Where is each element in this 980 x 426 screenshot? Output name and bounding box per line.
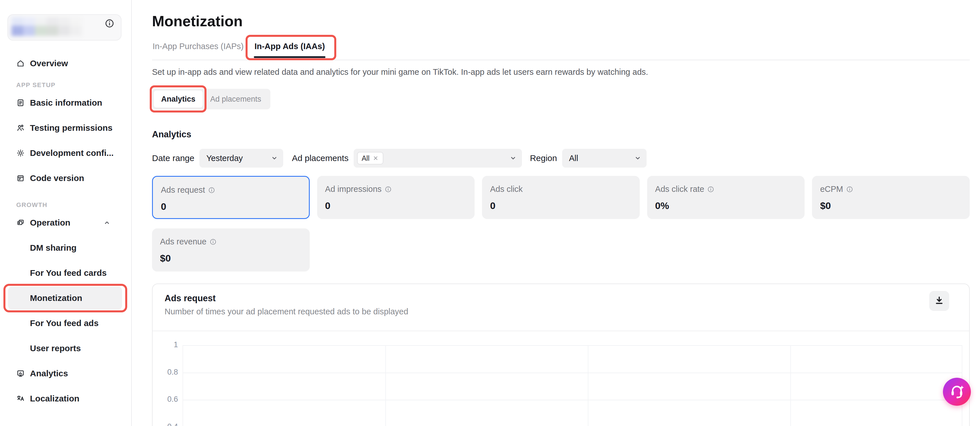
toggle-label: Analytics <box>161 95 196 104</box>
date-range-label: Date range <box>152 153 194 163</box>
sidebar-item-testing-permissions[interactable]: Testing permissions <box>0 115 131 140</box>
document-icon <box>16 99 25 107</box>
sidebar-item-label: Monetization <box>30 293 82 303</box>
toggle-ad-placements[interactable]: Ad placements <box>203 91 269 108</box>
sidebar-item-label: Code version <box>30 173 84 183</box>
metrics-grid: Ads request0Ad impressions0Ads click0Ads… <box>152 176 970 271</box>
analytics-heading: Analytics <box>152 129 191 140</box>
info-icon <box>846 186 853 193</box>
chart-gridline-vertical <box>183 345 183 426</box>
sidebar-item-label: User reports <box>30 343 81 353</box>
chart-gridline-vertical <box>385 345 386 426</box>
metric-label: Ads click <box>490 184 522 194</box>
sidebar-item-for-you-feed-ads[interactable]: For You feed ads <box>0 311 131 336</box>
metric-label-row: Ad impressions <box>325 184 467 194</box>
sidebar-item-overview[interactable]: Overview <box>0 51 131 76</box>
chart-title: Ads request <box>165 293 216 303</box>
support-fab-button[interactable] <box>943 378 971 406</box>
sidebar-nav: OverviewAPP SETUPBasic informationTestin… <box>0 51 131 411</box>
sidebar: OverviewAPP SETUPBasic informationTestin… <box>0 0 132 426</box>
ad-placements-select[interactable]: All <box>354 149 522 168</box>
metric-label-row: eCPM <box>820 184 962 194</box>
metric-card-ads-click[interactable]: Ads click0 <box>482 176 640 219</box>
region-select[interactable]: All <box>562 149 647 168</box>
sidebar-item-label: For You feed cards <box>30 268 107 278</box>
metric-card-ads-request[interactable]: Ads request0 <box>152 176 310 219</box>
chart-header-divider <box>153 330 969 331</box>
view-toggle: AnalyticsAd placements <box>152 89 270 109</box>
region-value: All <box>569 154 578 163</box>
sidebar-item-label: Basic information <box>30 98 102 108</box>
region-label: Region <box>530 153 557 163</box>
chevron-down-icon <box>270 154 278 163</box>
metric-label: Ad impressions <box>325 184 382 194</box>
chevron-up-icon[interactable] <box>103 219 111 227</box>
sidebar-item-code-version[interactable]: Code version <box>0 166 131 191</box>
metric-card-ecpm[interactable]: eCPM$0 <box>812 176 970 219</box>
tab-in-app-ads-iaas[interactable]: In-App Ads (IAAs) <box>254 40 325 58</box>
y-axis-tick-label: 1 <box>152 340 178 349</box>
chart-plot: 10.80.60.4 <box>183 345 963 426</box>
metric-value: 0 <box>490 200 632 211</box>
metric-label-row: Ads revenue <box>160 237 302 246</box>
sidebar-item-user-reports[interactable]: User reports <box>0 336 131 361</box>
sidebar-item-analytics[interactable]: Analytics <box>0 361 131 386</box>
metric-value: 0 <box>325 200 467 211</box>
info-icon <box>385 186 392 193</box>
sidebar-item-development-confi[interactable]: Development confi... <box>0 140 131 166</box>
chevron-down-icon <box>509 154 517 163</box>
sidebar-section-growth: GROWTH <box>0 200 131 210</box>
headset-sparkle-icon <box>949 383 965 400</box>
sidebar-item-label: Operation <box>30 218 70 228</box>
metric-value: $0 <box>820 200 962 211</box>
metric-card-ad-impressions[interactable]: Ad impressions0 <box>317 176 475 219</box>
metric-value: 0 <box>161 201 301 212</box>
filters-row: Date range Yesterday Ad placements All R… <box>152 149 647 168</box>
sidebar-item-dm-sharing[interactable]: DM sharing <box>0 235 131 260</box>
metric-value: $0 <box>160 253 302 264</box>
metric-card-ads-revenue[interactable]: Ads revenue$0 <box>152 228 310 271</box>
chart-gridline-vertical <box>790 345 791 426</box>
chart-gridline-horizontal <box>183 345 963 346</box>
chart-gridline-vertical <box>588 345 589 426</box>
date-range-value: Yesterday <box>206 154 243 163</box>
translate-icon <box>16 394 25 403</box>
toggle-label: Ad placements <box>210 95 261 104</box>
download-button[interactable] <box>929 291 949 311</box>
tab-label: In-App Purchases (IAPs) <box>153 42 243 51</box>
sidebar-item-monetization[interactable]: Monetization <box>0 286 131 311</box>
gear-icon <box>16 149 25 157</box>
sidebar-item-label: For You feed ads <box>30 318 99 328</box>
app-info-icon[interactable] <box>104 18 115 29</box>
chart-subtitle: Number of times your ad placement reques… <box>165 307 408 316</box>
metric-value: 0% <box>655 200 797 211</box>
tab-in-app-purchases-iaps[interactable]: In-App Purchases (IAPs) <box>152 40 244 58</box>
app-switcher-card[interactable] <box>7 14 121 40</box>
sidebar-item-for-you-feed-cards[interactable]: For You feed cards <box>0 260 131 286</box>
app-name-redacted <box>11 17 81 36</box>
sidebar-item-localization[interactable]: Localization <box>0 386 131 411</box>
remove-tag-icon[interactable] <box>372 155 379 161</box>
home-icon <box>16 59 25 68</box>
sidebar-item-label: Testing permissions <box>30 123 113 133</box>
sidebar-item-label: Development confi... <box>30 148 113 158</box>
metric-label: Ads click rate <box>655 184 704 194</box>
metric-card-ads-click-rate[interactable]: Ads click rate0% <box>647 176 805 219</box>
metric-label: eCPM <box>820 184 843 194</box>
toggle-analytics[interactable]: Analytics <box>154 91 203 108</box>
stacked-cards-icon <box>16 219 25 227</box>
info-icon <box>707 186 714 193</box>
sidebar-item-basic-information[interactable]: Basic information <box>0 90 131 115</box>
monitor-chart-icon <box>16 369 25 378</box>
metric-label-row: Ads click rate <box>655 184 797 194</box>
chevron-down-icon <box>633 154 642 163</box>
y-axis-tick-label: 0.4 <box>152 422 178 426</box>
sidebar-item-operation[interactable]: Operation <box>0 210 131 235</box>
tab-label: In-App Ads (IAAs) <box>255 42 325 51</box>
date-range-select[interactable]: Yesterday <box>199 149 283 168</box>
tabs-divider <box>152 60 970 60</box>
y-axis-tick-label: 0.8 <box>152 368 178 377</box>
page-title: Monetization <box>152 13 243 30</box>
sidebar-item-label: DM sharing <box>30 243 76 253</box>
chart-gridline-horizontal <box>183 400 963 400</box>
